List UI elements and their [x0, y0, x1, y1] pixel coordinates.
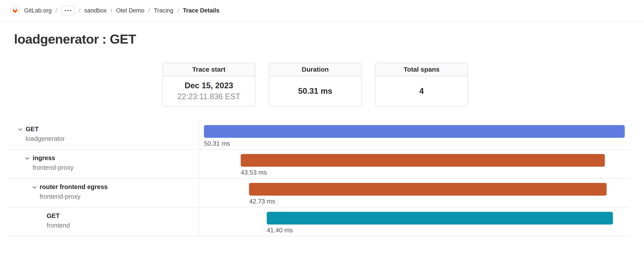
breadcrumb-separator: /	[148, 7, 150, 14]
ellipsis-dot-icon	[70, 10, 71, 11]
trace-start-card: Trace start Dec 15, 2023 22:23:11.836 ES…	[162, 63, 255, 106]
ellipsis-dot-icon	[68, 10, 69, 11]
trace-span-row: router frontend egress frontend-proxy 42…	[8, 178, 630, 207]
span-duration-bar[interactable]	[249, 183, 606, 196]
span-duration-label: 50.31 ms	[204, 140, 230, 147]
breadcrumb: GitLab.org//sandbox/Otel Demo/Tracing/Tr…	[10, 0, 219, 21]
card-title: Trace start	[163, 63, 255, 76]
card-title: Total spans	[376, 63, 468, 76]
trace-start-time: 22:23:11.836 EST	[178, 92, 240, 101]
span-service-name: frontend-proxy	[32, 164, 74, 171]
breadcrumb-separator: /	[79, 7, 80, 14]
span-service-name: frontend	[46, 222, 70, 229]
span-operation-name: ingress	[32, 154, 55, 162]
span-timeline-cell: 43.53 ms	[204, 150, 625, 178]
trace-span-row: ingress frontend-proxy 43.53 ms	[8, 150, 630, 178]
span-duration-bar[interactable]	[267, 212, 613, 224]
chevron-down-icon[interactable]	[32, 184, 37, 190]
trace-start-date: Dec 15, 2023	[184, 81, 233, 90]
span-waterfall-table: GET loadgenerator 50.31 ms ingress front…	[8, 121, 630, 236]
breadcrumb-item-tracing[interactable]: Tracing	[154, 7, 173, 14]
total-spans-card: Total spans 4	[375, 63, 468, 106]
span-info-cell: GET loadgenerator	[8, 121, 198, 149]
trace-details-page: GitLab.org//sandbox/Otel Demo/Tracing/Tr…	[0, 0, 644, 260]
breadcrumb-separator: /	[56, 7, 57, 14]
span-duration-bar[interactable]	[241, 154, 605, 167]
span-duration-bar[interactable]	[204, 125, 625, 138]
duration-card: Duration 50.31 ms	[269, 63, 362, 106]
chevron-down-icon[interactable]	[24, 155, 30, 161]
gitlab-tanuki-icon	[12, 8, 18, 13]
trace-span-row: GET loadgenerator 50.31 ms	[8, 121, 630, 150]
ellipsis-dot-icon	[65, 10, 66, 11]
breadcrumb-item-trace-details: Trace Details	[183, 7, 220, 14]
span-operation-name: router frontend egress	[40, 183, 108, 191]
span-operation-name: GET	[26, 126, 39, 133]
span-info-cell: ingress frontend-proxy	[8, 150, 198, 178]
span-service-name: frontend-proxy	[40, 193, 80, 200]
gitlab-logo-icon[interactable]	[10, 6, 20, 16]
trace-summary-cards: Trace start Dec 15, 2023 22:23:11.836 ES…	[162, 63, 468, 106]
span-timeline-cell: 42.73 ms	[204, 178, 625, 207]
duration-value: 50.31 ms	[298, 87, 332, 96]
span-operation-name: GET	[46, 212, 60, 219]
breadcrumb-separator: /	[110, 7, 112, 14]
breadcrumb-item-sandbox[interactable]: sandbox	[84, 7, 106, 14]
trace-span-row: GET frontend 41.40 ms	[8, 207, 630, 236]
page-title: loadgenerator : GET	[14, 32, 136, 47]
span-service-name: loadgenerator	[26, 135, 65, 142]
total-spans-value: 4	[419, 87, 424, 96]
span-timeline-cell: 50.31 ms	[204, 121, 625, 149]
column-divider	[198, 121, 199, 236]
breadcrumb-separator: /	[177, 7, 179, 14]
span-duration-label: 42.73 ms	[249, 198, 275, 205]
chevron-down-icon[interactable]	[18, 127, 23, 132]
span-info-cell: router frontend egress frontend-proxy	[8, 178, 198, 207]
span-timeline-cell: 41.40 ms	[204, 207, 625, 236]
span-duration-label: 41.40 ms	[267, 227, 293, 234]
breadcrumb-item-gitlab-org[interactable]: GitLab.org	[24, 7, 52, 14]
breadcrumb-bar: GitLab.org//sandbox/Otel Demo/Tracing/Tr…	[0, 0, 644, 22]
span-info-cell: GET frontend	[8, 207, 198, 236]
breadcrumb-item-otel-demo[interactable]: Otel Demo	[116, 7, 144, 14]
breadcrumb-ellipsis-button[interactable]	[61, 6, 75, 15]
card-title: Duration	[269, 63, 361, 76]
span-duration-label: 43.53 ms	[241, 169, 267, 176]
